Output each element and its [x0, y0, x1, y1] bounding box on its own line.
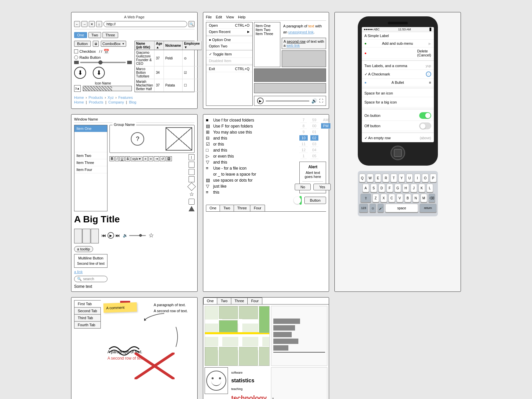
key-n[interactable]: N — [413, 194, 419, 202]
pipe-company[interactable]: Company — [108, 100, 124, 104]
breadcrumb-home[interactable]: Home — [74, 95, 84, 99]
key-delete[interactable]: ⌫ — [429, 194, 435, 202]
combo-box[interactable]: ComboBox▼ — [101, 41, 126, 47]
color-btn[interactable]: style▼ — [131, 157, 143, 161]
tab-one[interactable]: One — [74, 32, 87, 38]
rewind-icon[interactable]: ⏮ — [101, 233, 106, 238]
multiline-button[interactable]: Multiline ButtonSecond line of text — [74, 254, 107, 268]
play-button[interactable]: ▶ — [107, 232, 114, 239]
close-btn[interactable]: ✕ — [89, 21, 95, 27]
charts-tab-four[interactable]: Four — [247, 297, 262, 304]
key-m[interactable]: M — [421, 194, 427, 202]
pipe-blog[interactable]: Blog — [129, 100, 136, 104]
phone-home-button[interactable] — [390, 146, 405, 160]
tab-three[interactable]: Three — [102, 32, 118, 38]
menu-view[interactable]: View — [226, 15, 234, 19]
list-item-four[interactable]: Item Four — [74, 166, 107, 173]
list-item-three[interactable]: Item Three — [74, 159, 107, 166]
align-left[interactable]: ≡ — [143, 156, 148, 161]
strip-tab-one[interactable]: One — [206, 205, 220, 211]
menu-option-one[interactable]: ● Option One — [206, 37, 252, 43]
undo-btn[interactable]: ↺ — [160, 156, 165, 161]
tool-item-3[interactable] — [189, 169, 195, 175]
bold-btn[interactable]: B — [109, 156, 114, 161]
tool-item-1[interactable]: | — [189, 154, 195, 160]
menu-file[interactable]: File — [206, 15, 212, 19]
volume-slider[interactable] — [129, 235, 146, 236]
play-btn[interactable]: ▶ — [257, 97, 264, 104]
key-o[interactable]: O — [422, 174, 429, 182]
fullscreen-icon[interactable]: ⛶ — [319, 98, 323, 103]
alert-yes-btn[interactable]: Yes — [313, 184, 331, 190]
tooltip-button[interactable]: a tooltip — [74, 246, 93, 252]
charts-tab-three[interactable]: Three — [231, 297, 248, 304]
menu-option-two[interactable]: Option Two — [206, 43, 252, 49]
key-u[interactable]: U — [406, 174, 413, 182]
slider-track[interactable] — [80, 62, 126, 63]
key-c[interactable]: C — [388, 194, 395, 202]
menu-open[interactable]: OpenCTRL+O — [206, 22, 252, 29]
volume-icon[interactable]: 🔊 — [311, 98, 317, 104]
web-link[interactable]: web link — [287, 43, 300, 47]
third-tab[interactable]: Third Tab — [74, 314, 101, 322]
charts-tab-one[interactable]: One — [203, 297, 218, 304]
toggle-off[interactable] — [419, 123, 431, 129]
key-w[interactable]: W — [367, 174, 373, 182]
menu-toggle[interactable]: ✓ Toggle Item — [206, 51, 252, 58]
address-bar[interactable] — [103, 21, 187, 27]
key-mic[interactable]: 🎤 — [377, 204, 384, 212]
key-return[interactable]: return — [420, 204, 437, 212]
alert-no-btn[interactable]: No — [295, 184, 311, 190]
key-a[interactable]: A — [362, 184, 369, 192]
phone-add-submenu[interactable]: Add and sub-menu ▶ — [362, 40, 434, 47]
breadcrumb-products[interactable]: Products — [88, 95, 103, 99]
fourth-tab[interactable]: Fourth Tab — [74, 321, 101, 329]
strip-tab-two[interactable]: Two — [220, 205, 234, 211]
tool-item-4[interactable] — [189, 176, 195, 182]
key-k[interactable]: K — [419, 184, 425, 192]
menu-help[interactable]: Help — [238, 15, 246, 19]
calendar-icon[interactable]: 📅 — [103, 49, 109, 54]
underline-btn[interactable]: U — [119, 156, 124, 161]
list-item-one[interactable]: Item One — [74, 125, 107, 132]
align-center[interactable]: ≡ — [149, 156, 153, 161]
phone-delete[interactable]: Delete(Cancel) — [362, 47, 434, 59]
key-num[interactable]: 123 — [359, 204, 368, 212]
second-tab[interactable]: Second Tab — [74, 307, 101, 315]
key-emoji[interactable]: ☺ — [369, 204, 376, 212]
key-l[interactable]: L — [427, 184, 433, 192]
toggle-on[interactable] — [419, 112, 431, 119]
forward-btn[interactable]: → — [81, 21, 87, 27]
breadcrumb-xyz[interactable]: Xyz — [107, 95, 113, 99]
toggle-switch-big[interactable] — [299, 196, 301, 205]
key-e[interactable]: E — [375, 174, 381, 182]
key-t[interactable]: T — [390, 174, 397, 182]
key-space[interactable]: space — [385, 204, 418, 212]
unassigned-link[interactable]: unassigned link — [288, 30, 314, 34]
key-h[interactable]: H — [403, 184, 409, 192]
first-tab[interactable]: First Tab — [74, 300, 101, 308]
menu-exit[interactable]: ExitCTRL+Q — [206, 66, 252, 72]
key-i[interactable]: I — [414, 174, 421, 182]
menu-open-recent[interactable]: Open Recent▶ — [206, 29, 252, 35]
list-item-two[interactable]: Item Two — [74, 152, 107, 159]
key-f[interactable]: F — [386, 184, 393, 192]
fast-forward-icon[interactable]: ⏭ — [115, 233, 120, 238]
media-track[interactable] — [266, 101, 310, 102]
tab-two[interactable]: Two — [88, 32, 101, 38]
pipe-products[interactable]: Products — [89, 100, 103, 104]
key-j[interactable]: J — [411, 184, 417, 192]
home-btn[interactable]: ⌂ — [96, 21, 102, 27]
key-shift[interactable]: ⇧ — [360, 194, 371, 202]
key-d[interactable]: D — [378, 184, 385, 192]
menu-edit[interactable]: Edit — [216, 15, 222, 19]
search-icon[interactable]: 🔍 — [189, 21, 195, 27]
back-btn[interactable]: ← — [74, 21, 80, 27]
slider-thumb[interactable] — [98, 60, 102, 64]
key-g[interactable]: G — [394, 184, 401, 192]
key-y[interactable]: Y — [398, 174, 405, 182]
checkbox[interactable] — [74, 49, 78, 53]
strip-tab-three[interactable]: Three — [234, 205, 251, 211]
a-link[interactable]: a link — [74, 270, 107, 274]
radio-button[interactable] — [74, 55, 78, 59]
